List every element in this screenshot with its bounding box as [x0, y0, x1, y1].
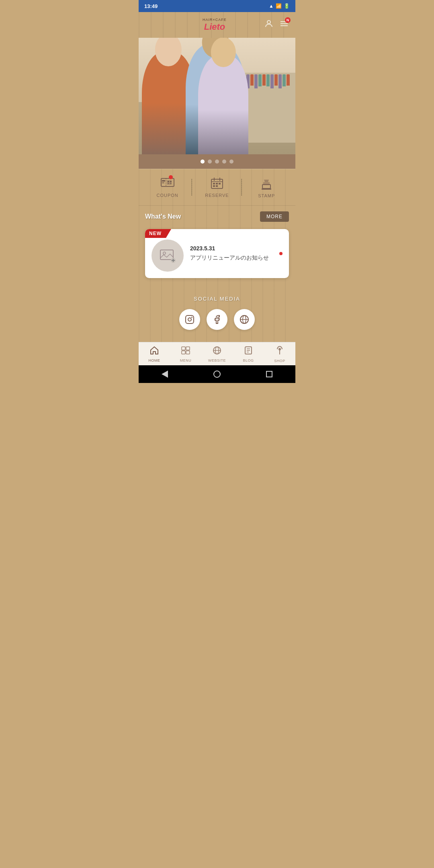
svg-point-26 [163, 252, 166, 254]
nav-home[interactable]: HOME [139, 346, 170, 362]
nav-menu[interactable]: MENU [170, 346, 201, 362]
facebook-button[interactable] [207, 309, 227, 330]
svg-rect-10 [170, 181, 172, 182]
android-nav-bar [139, 365, 295, 383]
svg-rect-38 [182, 351, 185, 354]
website-button[interactable] [234, 309, 255, 330]
news-section: NEW 2023.5.31 アプリリニューアルのお知らせ [139, 227, 295, 286]
reserve-icon [211, 177, 223, 190]
menu-icon [181, 346, 190, 357]
logo-title: Lieto [204, 22, 225, 32]
svg-rect-17 [213, 183, 215, 184]
battery-icon: 🔋 [284, 3, 290, 9]
logo-subtitle: HAIR×CAFE [203, 18, 227, 22]
nav-item-coupon[interactable]: COUPON [143, 177, 192, 198]
bottom-nav: HOME MENU WEBSITE [139, 342, 295, 365]
nav-label-coupon: COUPON [157, 193, 178, 198]
website-nav-icon [212, 346, 222, 357]
svg-rect-21 [216, 185, 218, 187]
svg-rect-37 [186, 347, 190, 350]
hero-image [139, 38, 295, 154]
nav-shop[interactable]: SHOP [264, 346, 295, 363]
svg-rect-36 [182, 347, 185, 350]
news-card[interactable]: NEW 2023.5.31 アプリリニューアルのお知らせ [145, 229, 289, 278]
home-button[interactable] [213, 371, 221, 378]
svg-rect-9 [168, 181, 169, 182]
nav-blog[interactable]: BLOG [233, 346, 264, 362]
dot-5[interactable] [229, 160, 233, 164]
menu-button[interactable]: N [279, 19, 289, 31]
social-title: SOCIAL MEDIA [145, 296, 289, 302]
nav-home-label: HOME [149, 358, 160, 362]
status-icons: ▲ 📶 🔋 [269, 3, 290, 9]
dot-4[interactable] [222, 160, 226, 164]
person-right [198, 55, 248, 155]
carousel-dots [139, 154, 295, 169]
time-display: 13:49 [144, 3, 158, 9]
svg-rect-20 [213, 185, 215, 187]
back-button[interactable] [162, 371, 168, 378]
wifi-icon: ▲ [269, 3, 274, 9]
svg-point-0 [267, 20, 270, 24]
nav-menu-label: MENU [180, 358, 192, 362]
svg-rect-11 [168, 183, 169, 184]
signal-icon: 📶 [276, 3, 282, 9]
svg-rect-6 [162, 180, 165, 182]
whats-new-title: What's New [145, 213, 181, 220]
svg-rect-24 [262, 188, 271, 190]
quick-nav: COUPON RESERVE STAMP [139, 169, 295, 206]
nav-label-stamp: STAMP [258, 193, 275, 198]
svg-point-47 [278, 348, 281, 350]
nav-website-label: WEBSITE [208, 358, 226, 362]
status-bar: 13:49 ▲ 📶 🔋 [139, 0, 295, 12]
profile-button[interactable] [264, 19, 274, 31]
image-placeholder-icon [160, 248, 176, 263]
nav-label-reserve: RESERVE [205, 193, 229, 198]
news-thumbnail [151, 240, 184, 272]
social-icons [145, 309, 289, 330]
svg-rect-39 [186, 351, 190, 354]
svg-point-32 [191, 317, 192, 318]
svg-rect-18 [216, 183, 218, 184]
blog-icon [244, 346, 253, 357]
coupon-badge [169, 175, 173, 179]
home-icon [149, 346, 159, 357]
coupon-icon [160, 177, 175, 188]
svg-rect-19 [219, 183, 221, 184]
instagram-button[interactable] [179, 309, 200, 330]
news-title: アプリリニューアルのお知らせ [190, 254, 273, 262]
header-actions: N [264, 19, 289, 31]
nav-blog-label: BLOG [243, 358, 254, 362]
hero-placeholder [139, 38, 295, 154]
svg-rect-23 [263, 182, 270, 185]
nav-shop-label: SHOP [274, 359, 285, 363]
svg-rect-12 [170, 183, 172, 184]
dot-1[interactable] [201, 160, 205, 164]
whats-new-header: What's New MORE [139, 206, 295, 227]
dot-2[interactable] [208, 160, 212, 164]
logo: HAIR×CAFE Lieto [203, 18, 227, 32]
news-content: 2023.5.31 アプリリニューアルのお知らせ [190, 245, 273, 262]
news-unread-dot [279, 252, 283, 255]
svg-point-31 [188, 318, 191, 321]
nav-item-stamp[interactable]: STAMP [242, 176, 291, 198]
svg-rect-30 [186, 315, 194, 323]
notification-badge: N [285, 17, 291, 23]
app-header: HAIR×CAFE Lieto N [139, 12, 295, 38]
recents-button[interactable] [266, 371, 272, 377]
nav-item-reserve[interactable]: RESERVE [192, 177, 242, 198]
dot-3[interactable] [215, 160, 219, 164]
stamp-icon [260, 176, 273, 190]
shop-icon [275, 346, 284, 358]
more-button[interactable]: MORE [260, 211, 289, 222]
svg-rect-7 [162, 182, 164, 183]
new-badge: NEW [145, 229, 171, 238]
svg-rect-25 [160, 250, 173, 260]
news-date: 2023.5.31 [190, 245, 273, 252]
social-section: SOCIAL MEDIA [139, 286, 295, 342]
nav-website[interactable]: WEBSITE [201, 346, 233, 362]
